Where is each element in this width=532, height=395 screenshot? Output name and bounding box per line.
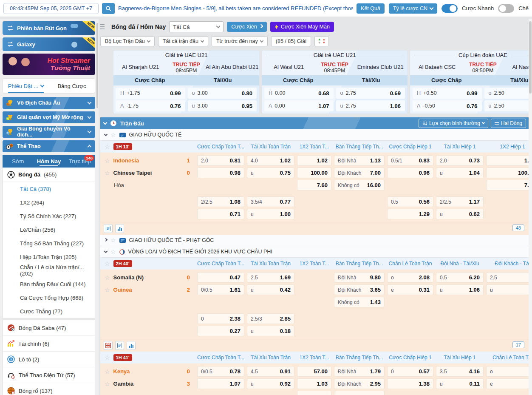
favorite-star-icon[interactable]: ☆ [110,248,116,255]
lucky-parlay-button[interactable]: Cược Xiên May Mắn [270,22,334,32]
odds-cell[interactable]: o2.08 [387,272,433,283]
handicap-odds-cell[interactable]: H+0.500.99 [413,88,482,99]
odds-cell[interactable]: Không có16.00 [334,180,385,190]
over-under-odds-cell[interactable]: o3.000.80 [188,88,257,99]
hot-streamer-promo[interactable]: Hot Streamer Tường Thuật [3,54,95,75]
odds-cell[interactable]: 4.50.91 [247,366,294,377]
sidebar-item-basketball[interactable]: Bóng rổ (137) [3,383,95,395]
chevron-down-icon[interactable] [88,129,92,134]
odds-cell[interactable]: 1.03 [297,378,331,389]
chevron-down-icon[interactable] [88,115,92,119]
sidebar-item-esports[interactable]: Thể Thao Điện Tử (57) [3,367,95,383]
favorite-star-icon[interactable]: ☆ [105,368,110,375]
tab-bet-table[interactable]: Bảng Cược [49,79,95,93]
sidebar-item-lotto[interactable]: 9Lô tô (2) [3,351,95,367]
mode-toggle[interactable] [498,4,514,13]
favorite-star-icon[interactable]: ☆ [105,170,110,176]
odds-cell[interactable]: 0.5/10.83 [387,155,433,166]
chevron-down-icon[interactable] [104,249,108,253]
tool-button-chart-icon[interactable] [115,224,124,233]
sidebar-item-saba-soccer[interactable]: Bóng Đá Saba (47) [3,320,95,335]
main-scrollbar[interactable] [529,19,532,395]
view-mode-select[interactable]: Lựa chọn bình thường [419,119,488,128]
odds-cell[interactable]: Không có1.43 [334,297,385,307]
featured-match-card[interactable]: Cúp Liên đoàn UAEAl Bataeh CSCTRỰC TIẾP0… [410,50,529,114]
favorite-star-icon[interactable]: ☆ [105,143,110,150]
odds-cell[interactable]: 2.51.69 [247,272,294,283]
chevron-down-icon[interactable] [104,132,108,136]
odds-cell[interactable]: 0.50.56 [387,196,433,207]
odds-cell[interactable]: e0. [486,378,529,389]
odds-cell[interactable]: 100.00 [486,168,529,178]
odds-cell[interactable]: 00.57 [387,366,433,377]
odds-cell[interactable]: u0.11 [436,378,484,389]
handicap-odds-cell[interactable]: A-1.750.76 [116,100,185,111]
odds-cell[interactable]: 1.38 [387,378,433,389]
odds-cell[interactable]: 0.27 [197,326,244,336]
odds-cell[interactable]: u1.06 [436,284,484,295]
odds-cell[interactable]: u1. [486,284,529,295]
odds-cell[interactable]: Đội Khách2.95 [334,378,385,389]
odds-cell[interactable]: 1.07 [197,378,244,389]
tab-Sớm[interactable]: Sớm [3,155,34,168]
over-under-odds-cell[interactable]: u2.50 [484,100,529,111]
tab-Trực tiếp[interactable]: Trực tiếp146 [64,155,95,168]
odds-cell[interactable]: 2.5/32.85 [247,313,294,324]
bet-type-item[interactable]: Tất Cả (378) [3,182,95,196]
bet-type-item[interactable]: Lẻ/Chẵn (256) [3,223,95,236]
chevron-down-icon[interactable] [88,100,92,105]
bet-type-item[interactable]: 1X2 (264) [3,196,95,209]
tool-button-stats-icon[interactable] [115,341,124,350]
filter-dropdown[interactable]: Từ trước đến nay [212,36,268,46]
odds-cell[interactable]: 3.54.16 [436,366,484,377]
odds-cell[interactable]: u0.42 [247,284,294,295]
odds-cell[interactable]: e0.31 [387,284,433,295]
league-header[interactable]: ☆GIAO HỮU QUỐC TẾ - PHẠT GÓC [100,235,529,246]
filter-dropdown[interactable]: Tất cả trận đấu [158,36,208,46]
odds-cell[interactable]: 02.38 [197,313,244,324]
bet-type-item[interactable]: Cá Cược Tổng Hợp (668) [3,291,95,304]
sidebar-scrollbar[interactable] [96,23,98,108]
tool-button-chart-icon[interactable] [127,341,136,350]
odds-cell[interactable]: 2/2.51.08 [197,196,244,207]
odds-cell[interactable]: 0.96 [387,168,433,178]
scrollbar-thumb[interactable] [529,21,532,94]
odds-cell[interactable]: 57.00 [297,366,331,377]
sort-button[interactable]: ▲▼▲▼ [314,36,329,46]
over-under-odds-cell[interactable]: o2.750.69 [336,88,405,99]
accordion-league-2[interactable]: Giải Bóng chuyền Vô địch... [3,126,95,138]
league-header[interactable]: ☆VÒNG LOẠI VÔ ĐỊCH THẾ GIỚI 2026 KHU VỰC… [100,246,529,258]
odds-cell[interactable]: u0.62 [436,209,484,219]
search-button[interactable] [102,3,115,14]
menu-icon[interactable] [100,24,105,29]
handicap-odds-cell[interactable]: H+1.750.99 [116,88,185,99]
favorite-star-icon[interactable]: ☆ [105,260,110,267]
favorite-star-icon[interactable]: ☆ [105,381,110,387]
odds-cell[interactable]: 7.30 [486,180,529,190]
tool-button-grid-icon[interactable] [104,341,113,350]
compact-version-banner[interactable]: Phiên bản Rút Gọn NEW [3,21,95,35]
over-under-odds-cell[interactable]: u3.000.95 [188,100,257,111]
bet-type-item[interactable]: Chẵn / Lẻ của Nửa trận/... (202) [3,264,95,277]
over-under-odds-cell[interactable]: u2.751.06 [336,100,405,111]
favorite-star-icon[interactable]: ☆ [105,287,110,293]
odds-cell[interactable]: 0.71 [197,209,244,219]
two-line-button[interactable]: Hai Dòng [491,119,526,128]
odds-cell[interactable]: 1.02 [297,155,331,166]
chevron-right-icon[interactable] [104,238,108,241]
over-under-odds-cell[interactable]: o2.50 [484,88,529,99]
odds-cell[interactable]: 0.56.20 [436,272,484,283]
odds-cell[interactable]: 1.29 [387,209,433,219]
favorite-star-icon[interactable]: ☆ [105,157,110,164]
parlay-button[interactable]: Cược Xiên [227,22,266,32]
odds-cell[interactable]: Đội Khách7.00 [334,168,385,178]
tool-button-stats-icon[interactable] [104,224,113,233]
league-header[interactable]: ☆GIAO HỮU QUỐC TẾ [100,129,529,141]
accordion-league-1[interactable]: Giải quần vợt Mỹ Mở rộng [3,111,95,123]
bet-type-item[interactable]: Bàn thắng Đầu/ Cuối (144) [3,277,95,291]
odds-cell[interactable]: 3.5/40.77 [247,196,294,207]
odds-cell[interactable]: 1.03 [486,155,529,166]
sidebar-item-finance[interactable]: Tài chính (6) [3,335,95,351]
odds-cell[interactable]: 2.00.81 [197,155,244,166]
results-button[interactable]: Kết Quả [357,3,385,14]
